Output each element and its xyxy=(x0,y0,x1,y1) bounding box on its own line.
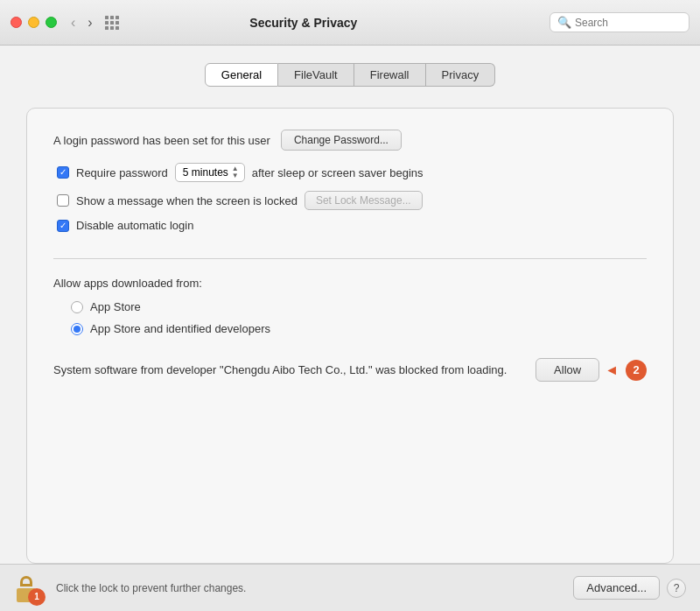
tab-firewall[interactable]: Firewall xyxy=(354,63,426,87)
show-message-row: Show a message when the screen is locked… xyxy=(57,191,647,210)
show-message-label: Show a message when the screen is locked xyxy=(76,194,298,207)
show-message-checkbox[interactable] xyxy=(57,194,69,207)
require-password-label: Require password xyxy=(76,166,168,179)
titlebar: ‹ › Security & Privacy 🔍 xyxy=(0,0,700,46)
login-password-row: A login password has been set for this u… xyxy=(53,130,647,151)
after-sleep-label: after sleep or screen saver begins xyxy=(252,166,424,179)
allow-apps-label: Allow apps downloaded from: xyxy=(53,277,647,290)
login-password-label: A login password has been set for this u… xyxy=(53,134,270,147)
help-button[interactable]: ? xyxy=(667,579,686,598)
blocked-text: System software from developer "Chengdu … xyxy=(53,362,525,379)
app-store-identified-label: App Store and identified developers xyxy=(90,322,270,335)
set-lock-message-button[interactable]: Set Lock Message... xyxy=(304,191,423,210)
app-store-identified-radio[interactable] xyxy=(71,323,83,335)
bottom-bar: 1 Click the lock to prevent further chan… xyxy=(0,564,700,611)
disable-autologin-label: Disable automatic login xyxy=(76,219,193,232)
dropdown-arrows-icon: ▲▼ xyxy=(232,165,239,179)
bottom-buttons: Advanced... ? xyxy=(573,576,686,600)
lock-shackle xyxy=(20,576,32,586)
main-content: General FileVault Firewall Privacy A log… xyxy=(0,46,700,564)
search-icon: 🔍 xyxy=(557,16,571,29)
lock-icon-container: 1 xyxy=(14,574,38,602)
advanced-button[interactable]: Advanced... xyxy=(573,576,660,600)
annotation-badge-1: 1 xyxy=(28,588,46,606)
annotation-arrow-2 xyxy=(605,362,620,378)
tab-bar: General FileVault Firewall Privacy xyxy=(26,63,674,87)
search-box[interactable]: 🔍 xyxy=(550,12,690,32)
require-password-checkbox[interactable] xyxy=(57,166,69,179)
window-title: Security & Privacy xyxy=(58,16,550,30)
password-interval-value: 5 minutes xyxy=(183,166,228,179)
annotation-badge-2: 2 xyxy=(626,360,647,381)
allow-button[interactable]: Allow xyxy=(536,358,599,382)
app-store-radio-row: App Store xyxy=(71,300,647,313)
app-store-identified-radio-row: App Store and identified developers xyxy=(71,322,647,335)
minimize-button[interactable] xyxy=(28,17,39,28)
require-password-row: Require password 5 minutes ▲▼ after slee… xyxy=(57,163,647,182)
tab-general[interactable]: General xyxy=(205,63,278,87)
tab-privacy[interactable]: Privacy xyxy=(426,63,496,87)
section-divider xyxy=(53,258,647,259)
tab-filevault[interactable]: FileVault xyxy=(278,63,354,87)
disable-autologin-row: Disable automatic login xyxy=(57,219,647,232)
blocked-software-row: System software from developer "Chengdu … xyxy=(53,358,647,382)
app-store-radio[interactable] xyxy=(71,301,83,313)
search-input[interactable] xyxy=(575,17,680,29)
password-interval-dropdown[interactable]: 5 minutes ▲▼ xyxy=(175,163,245,182)
disable-autologin-checkbox[interactable] xyxy=(57,220,69,232)
maximize-button[interactable] xyxy=(46,17,57,28)
allow-button-wrapper: Allow 2 xyxy=(536,358,647,382)
settings-panel: A login password has been set for this u… xyxy=(26,108,674,564)
change-password-button[interactable]: Change Password... xyxy=(281,130,402,151)
app-store-label: App Store xyxy=(90,300,141,313)
lock-label: Click the lock to prevent further change… xyxy=(56,582,563,594)
traffic-lights xyxy=(10,17,57,28)
close-button[interactable] xyxy=(10,17,22,28)
